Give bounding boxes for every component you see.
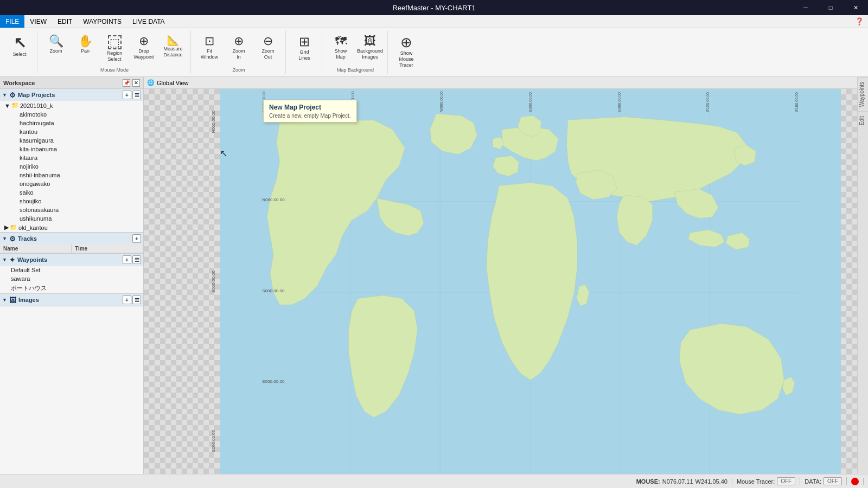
pan-tool-button[interactable]: ✋ Pan [71, 33, 99, 67]
images-expand-button[interactable]: + [123, 296, 131, 304]
map-canvas[interactable]: N060.00.00 S000.00.00 S060.00.00 W121.00… [144, 89, 857, 474]
workspace-label: Workspace [3, 80, 35, 86]
workspace-close-button[interactable]: ✕ [132, 79, 140, 87]
project-item-ushikunuma[interactable]: ushikunuma [0, 214, 143, 223]
show-mouse-tracer-button[interactable]: ⊕ Show MouseTracer [392, 33, 420, 67]
help-icon[interactable]: ❓ [855, 17, 864, 25]
mouse-coords-section: MOUSE: N076.07.11 W241.05.40 [632, 478, 732, 485]
project-old-kantou[interactable]: ▶ 📁 old_kantou [0, 223, 143, 232]
measure-distance-label: MeasureDistance [163, 46, 182, 58]
zoom-out-button[interactable]: ⊖ ZoomOut [254, 33, 282, 67]
images-header[interactable]: ▼ 🖼 Images + ☰ [0, 294, 143, 306]
mouse-tracer-section: Mouse Tracer: OFF [732, 477, 800, 485]
zoom-tool-button[interactable]: 🔍 Zoom [42, 33, 70, 67]
drop-waypoint-icon: ⊕ [139, 35, 149, 47]
project-item-kitaura[interactable]: kitaura [0, 153, 143, 162]
close-button[interactable]: ✕ [843, 0, 868, 15]
main-area: Workspace 📌 ✕ ▼ ⚙ Map Projects + ☰ ▼ [0, 77, 868, 474]
zoom-label: Zoom [49, 48, 62, 54]
edit-tab[interactable]: Edit [858, 111, 868, 130]
app-title: ReefMaster - MY-CHART1 [392, 4, 475, 12]
lon-e180: E180.00.00 [795, 90, 799, 112]
waypoint-boathouse[interactable]: ボートハウス [0, 283, 143, 293]
project-item-hachirougata[interactable]: hachirougata [0, 119, 143, 127]
maximize-button[interactable]: □ [818, 0, 843, 15]
menu-view[interactable]: VIEW [24, 15, 52, 28]
menu-livedata[interactable]: LIVE DATA [127, 15, 170, 28]
map-projects-options-button[interactable]: ☰ [132, 91, 141, 99]
project-item-onogawako[interactable]: onogawako [0, 179, 143, 188]
mouse-tracer-label: Mouse Tracer: [737, 478, 775, 485]
background-images-label: BackgroundImages [357, 48, 383, 60]
waypoints-expand-button[interactable]: + [123, 255, 131, 264]
zoom-in-button[interactable]: ⊕ ZoomIn [225, 33, 253, 67]
grid-lines-button[interactable]: ⊞ GridLines [290, 33, 318, 67]
show-map-button[interactable]: 🗺 ShowMap [327, 33, 355, 67]
project-item-shoujiko[interactable]: shoujiko [0, 197, 143, 206]
show-mouse-tracer-label: Show MouseTracer [394, 50, 419, 68]
project-item-kasumigaura[interactable]: kasumigaura [0, 136, 143, 145]
select-icon: ↖ [14, 35, 26, 50]
region-select-button[interactable]: ⬚ RegionSelect [100, 33, 129, 67]
tracks-add-button[interactable]: + [132, 234, 141, 243]
menu-file[interactable]: FILE [0, 15, 24, 28]
tracks-label: Tracks [18, 235, 37, 242]
map-projects-expand-button[interactable]: + [123, 91, 131, 99]
waypoint-sawara[interactable]: sawara [0, 274, 143, 283]
workspace-controls: 📌 ✕ [123, 79, 140, 87]
waypoints-header[interactable]: ▼ ✦ Waypoints + ☰ [0, 254, 143, 266]
pan-label: Pan [81, 48, 90, 54]
waypoint-default-set[interactable]: Default Set [0, 266, 143, 274]
mouse-tracer-toggle[interactable]: OFF [777, 477, 795, 485]
lon-e60: E060.00.00 [617, 90, 621, 112]
waypoints-options-button[interactable]: ☰ [132, 255, 141, 264]
project-item-nojiriko[interactable]: nojiriko [0, 162, 143, 171]
project-item-akimotoko[interactable]: akimotoko [0, 110, 143, 119]
fit-window-button[interactable]: ⊡ FitWindow [195, 33, 224, 67]
tracks-name-col: Name [0, 245, 72, 253]
grid-lines-icon: ⊞ [299, 35, 310, 48]
project-20201010[interactable]: ▼ 📁 20201010_k [0, 101, 143, 110]
toolbar-buttons: ↖ Select [5, 30, 34, 73]
measure-distance-button[interactable]: 📐 MeasureDistance [159, 33, 187, 67]
menubar: FILE VIEW EDIT WAYPOINTS LIVE DATA ❓ [0, 15, 868, 28]
map-projects-header[interactable]: ▼ ⚙ Map Projects + ☰ [0, 89, 143, 101]
drop-waypoint-button[interactable]: ⊕ DropWaypoint [130, 33, 158, 67]
fit-window-label: FitWindow [201, 48, 218, 60]
right-checker-area [841, 89, 857, 474]
data-toggle[interactable]: OFF [824, 477, 842, 485]
tracks-section: ▼ ⚙ Tracks + Name Time [0, 233, 143, 254]
project-item-kantou[interactable]: kantou [0, 127, 143, 136]
menu-edit[interactable]: EDIT [52, 15, 78, 28]
images-options-button[interactable]: ☰ [132, 296, 141, 304]
window-controls: ─ □ ✕ [793, 0, 868, 15]
record-dot[interactable] [851, 478, 859, 485]
world-map-area[interactable]: W121.00.00 W090.00.00 W060.00.00 E000.00… [220, 89, 841, 474]
waypoints-section: ▼ ✦ Waypoints + ☰ Default Set sawara ボート… [0, 254, 143, 294]
background-images-button[interactable]: 🖼 BackgroundImages [356, 33, 384, 67]
images-add-controls: + ☰ [123, 296, 141, 304]
menu-waypoints[interactable]: WAYPOINTS [78, 15, 127, 28]
waypoints-tab[interactable]: Waypoints [858, 77, 868, 111]
tracks-header[interactable]: ▼ ⚙ Tracks + [0, 233, 143, 245]
tracks-add-controls: + [132, 234, 141, 243]
workspace-pin-button[interactable]: 📌 [123, 79, 130, 87]
project-item-sotonasakaura[interactable]: sotonasakaura [0, 206, 143, 214]
lat-label-s0: S000.00.00 [211, 271, 220, 293]
tree-collapse-icon-2: ▶ [4, 224, 9, 231]
images-icon: 🖼 [9, 296, 16, 304]
tracks-time-col: Time [72, 245, 143, 253]
toolbar-group-zoom: ⊡ FitWindow ⊕ ZoomIn ⊖ ZoomOut Zoom [192, 30, 286, 74]
project-item-saiko[interactable]: saiko [0, 188, 143, 197]
minimize-button[interactable]: ─ [793, 0, 818, 15]
tracks-collapse-icon: ▼ [2, 236, 7, 241]
project-item-kita-inbanuma[interactable]: kita-inbanuma [0, 145, 143, 153]
project-item-nshii-inbanuma[interactable]: nshii-inbanuma [0, 171, 143, 179]
tooltip-description: Create a new, empty Map Project. [269, 113, 351, 119]
data-label: DATA: [805, 478, 821, 485]
map-container: 🌐 Global View N060.00.00 S000.00.00 S060… [144, 77, 857, 474]
map-projects-icon: ⚙ [9, 91, 16, 99]
select-tool-button[interactable]: ↖ Select [5, 33, 34, 67]
zoom-icon: 🔍 [49, 35, 63, 47]
drop-waypoint-label: DropWaypoint [133, 48, 154, 60]
